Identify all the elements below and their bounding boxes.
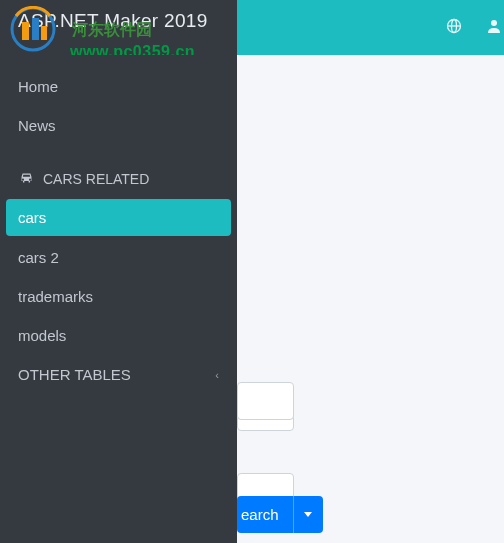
caret-down-icon (304, 512, 312, 517)
car-icon (18, 169, 35, 189)
user-icon[interactable] (474, 18, 504, 38)
nav-item-label: OTHER TABLES (18, 366, 131, 383)
nav: Home News CARS RELATED cars cars 2 trade… (0, 55, 237, 394)
nav-item-home[interactable]: Home (0, 67, 237, 106)
search-button-group: earch (237, 496, 323, 533)
nav-item-news[interactable]: News (0, 106, 237, 145)
nav-item-cars[interactable]: cars (6, 199, 231, 236)
search-button[interactable]: earch (237, 496, 293, 533)
nav-item-other-tables[interactable]: OTHER TABLES ‹ (0, 355, 237, 394)
nav-item-models[interactable]: models (0, 316, 237, 355)
nav-section-label: CARS RELATED (43, 171, 149, 187)
nav-item-cars2[interactable]: cars 2 (0, 238, 237, 277)
main-content (237, 55, 504, 543)
form-input-2[interactable] (237, 382, 294, 420)
brand: ASP.NET Maker 2019 河东软件园 www.pc0359.cn (0, 0, 237, 55)
svg-point-3 (491, 20, 497, 26)
globe-icon[interactable] (434, 18, 474, 38)
sidebar: ASP.NET Maker 2019 河东软件园 www.pc0359.cn H… (0, 0, 237, 543)
search-dropdown-button[interactable] (293, 496, 323, 533)
watermark-url: www.pc0359.cn (70, 43, 195, 55)
nav-item-trademarks[interactable]: trademarks (0, 277, 237, 316)
nav-section-cars-related: CARS RELATED (0, 155, 237, 197)
chevron-left-icon: ‹ (215, 369, 219, 381)
watermark-text: 河东软件园 (70, 20, 152, 41)
topbar-right (434, 0, 504, 55)
